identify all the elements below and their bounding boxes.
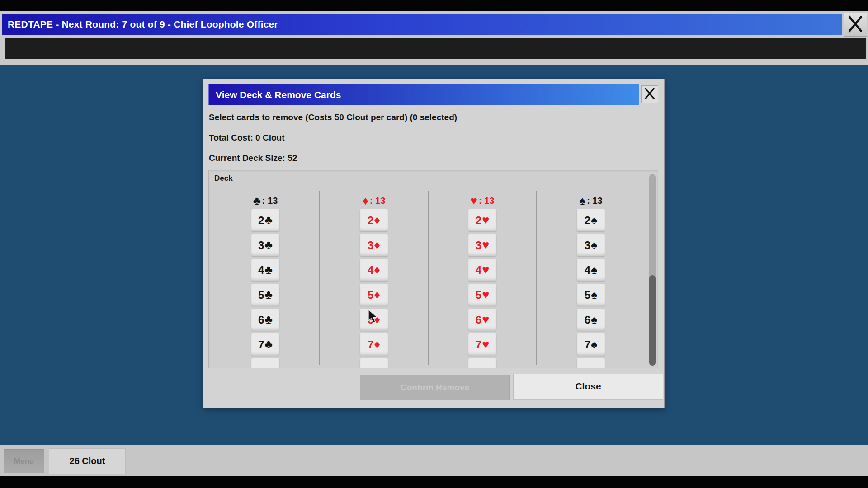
card-4-clubs[interactable]: 4♣ [251,259,279,281]
close-dialog-button[interactable]: Close [513,374,663,400]
diamonds-icon: ♦ [363,195,368,206]
card-3-clubs[interactable]: 3♣ [251,234,279,256]
card-4-hearts[interactable]: 4♥ [468,259,496,281]
card-7-diamonds[interactable]: 7♦ [360,333,388,356]
hearts-icon: ♥ [482,214,489,226]
card-rank: 2 [258,214,264,227]
card-2-diamonds[interactable]: 2♦ [360,209,388,231]
confirm-remove-button[interactable]: Confirm Remove [360,375,510,400]
suit-header-clubs: ♣: 13 [253,195,278,206]
card-partial-hearts[interactable] [468,358,496,368]
deck-panel: Deck ♣: 132♣3♣4♣5♣6♣7♣♦: 132♦3♦4♦5♦6♦7♦♥… [208,170,658,368]
menu-button[interactable]: Menu [4,449,44,473]
card-rank: 5 [368,289,373,301]
card-rank: 3 [585,239,590,252]
deck-column-spades: ♠: 132♠3♠4♠5♠6♠7♠ [537,170,645,368]
deck-columns: ♣: 132♣3♣4♣5♣6♣7♣♦: 132♦3♦4♦5♦6♦7♦♥: 132… [212,170,645,368]
window-close-button[interactable] [844,13,867,37]
card-rank: 5 [476,289,481,301]
spades-icon: ♠ [579,195,585,206]
card-rank: 3 [368,239,373,252]
deck-scrollbar-track[interactable] [649,174,656,366]
card-partial-spades[interactable] [577,358,605,368]
clubs-icon: ♣ [264,314,273,326]
card-rank: 2 [476,214,481,227]
deck-size-label: Current Deck Size: 52 [209,153,297,163]
card-4-spades[interactable]: 4♠ [577,259,605,281]
suit-count: : 13 [479,196,494,206]
suit-count: : 13 [587,196,602,206]
card-6-clubs[interactable]: 6♣ [251,309,279,331]
hearts-icon: ♥ [482,239,489,251]
card-rank: 6 [258,314,264,326]
card-5-spades[interactable]: 5♠ [577,284,605,306]
spades-icon: ♠ [591,239,597,251]
close-icon [846,14,864,35]
clubs-icon: ♣ [264,338,273,351]
card-rank: 4 [258,264,264,277]
suit-header-diamonds: ♦: 13 [363,195,386,206]
close-icon [643,87,656,102]
card-3-hearts[interactable]: 3♥ [468,234,496,256]
bottom-hud-bar: Menu 26 Clout [0,445,868,476]
card-7-clubs[interactable]: 7♣ [251,333,279,356]
deck-dialog-header: View Deck & Remove Cards [208,84,639,105]
window-menu-strip [5,38,866,59]
card-7-spades[interactable]: 7♠ [577,333,605,356]
deck-dialog-title: View Deck & Remove Cards [216,89,341,100]
diamonds-icon: ♦ [374,314,380,326]
card-6-spades[interactable]: 6♠ [577,309,605,331]
card-6-hearts[interactable]: 6♥ [468,309,496,331]
deck-scrollbar-thumb[interactable] [649,275,656,366]
diamonds-icon: ♦ [374,289,380,301]
card-2-clubs[interactable]: 2♣ [251,209,279,231]
window-titlebar: REDTAPE - Next Round: 7 out of 9 - Chief… [2,14,842,35]
top-black-strip [0,0,868,11]
card-2-spades[interactable]: 2♠ [577,209,605,231]
card-4-diamonds[interactable]: 4♦ [360,259,388,281]
spades-icon: ♠ [591,314,597,326]
clubs-icon: ♣ [264,214,273,226]
suit-header-hearts: ♥: 13 [471,195,495,206]
card-partial-diamonds[interactable] [360,358,388,368]
card-5-hearts[interactable]: 5♥ [468,284,496,306]
diamonds-icon: ♦ [374,239,380,251]
hearts-icon: ♥ [482,338,489,351]
suit-count: : 13 [262,196,278,206]
clout-display: 26 Clout [49,448,126,474]
card-rank: 6 [585,314,590,326]
card-3-diamonds[interactable]: 3♦ [360,234,388,256]
card-7-hearts[interactable]: 7♥ [468,333,496,356]
card-5-diamonds[interactable]: 5♦ [360,284,388,306]
card-rank: 7 [476,338,481,351]
window-menu-frame [0,38,868,65]
card-2-hearts[interactable]: 2♥ [468,209,496,231]
deck-column-clubs: ♣: 132♣3♣4♣5♣6♣7♣ [212,170,319,368]
diamonds-icon: ♦ [374,264,380,276]
hearts-icon: ♥ [482,289,489,301]
card-partial-clubs[interactable] [251,358,279,368]
deck-column-hearts: ♥: 132♥3♥4♥5♥6♥7♥ [429,170,536,368]
card-6-diamonds[interactable]: 6♦ [360,309,388,331]
card-rank: 7 [585,338,590,351]
deck-column-diamonds: ♦: 132♦3♦4♦5♦6♦7♦ [320,170,428,368]
deck-dialog: View Deck & Remove Cards Select cards to… [203,79,665,408]
card-rank: 2 [368,214,373,227]
total-cost-label: Total Cost: 0 Clout [209,133,284,143]
card-rank: 6 [476,314,481,326]
card-rank: 4 [368,264,373,277]
card-rank: 4 [585,264,590,277]
card-rank: 7 [368,338,373,351]
card-5-clubs[interactable]: 5♣ [251,284,279,306]
spades-icon: ♠ [591,214,597,226]
hearts-icon: ♥ [482,314,489,326]
clubs-icon: ♣ [264,239,273,251]
window-title: REDTAPE - Next Round: 7 out of 9 - Chief… [8,19,278,30]
diamonds-icon: ♦ [374,214,380,226]
card-rank: 4 [476,264,481,277]
card-3-spades[interactable]: 3♠ [577,234,605,256]
clubs-icon: ♣ [264,264,273,276]
card-rank: 2 [585,214,590,227]
diamonds-icon: ♦ [374,338,380,351]
deck-dialog-close-button[interactable] [641,85,658,103]
